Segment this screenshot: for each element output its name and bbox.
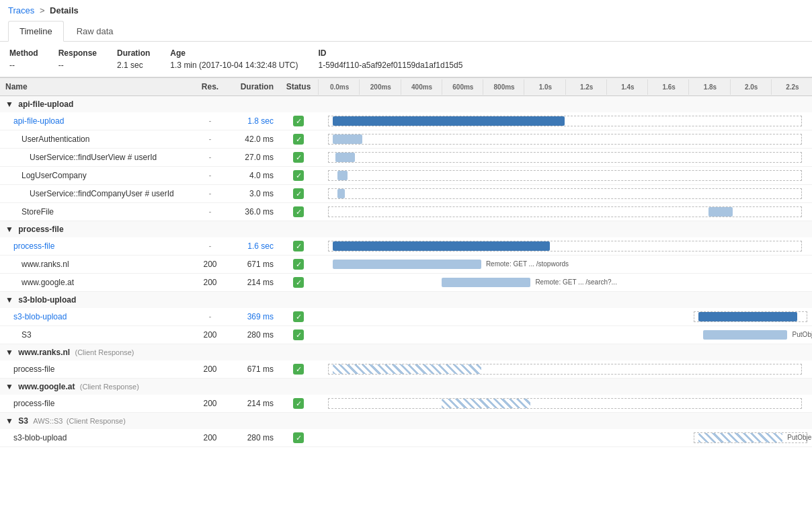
table-row: process-file 200 671 ms ✓ (0, 360, 812, 379)
section-name: s3-blob-upload (18, 295, 76, 305)
expand-icon: ▼ (5, 348, 13, 357)
meta-age: Age 1.3 min (2017-10-04 14:32:48 UTC) (170, 48, 298, 70)
table-row: process-file - 1.6 sec ✓ (0, 237, 812, 256)
tab-timeline[interactable]: Timeline (8, 21, 64, 42)
client-label: (Client Response) (67, 417, 126, 425)
expand-icon: ▼ (5, 295, 13, 305)
span-name[interactable]: api-file-upload (13, 116, 64, 126)
meta-response: Response -- (58, 48, 97, 70)
meta-duration-label: Duration (117, 48, 150, 58)
section-header-google-client[interactable]: ▼ www.google.at (Client Response) (0, 379, 812, 395)
section-header-s3-blob-upload[interactable]: ▼ s3-blob-upload (0, 292, 812, 309)
table-row: UserService::findCompanyUser # userId - … (0, 185, 812, 203)
table-row: www.google.at 200 214 ms ✓ Remote: GET .… (0, 274, 812, 292)
section-header-s3-client[interactable]: ▼ S3 AWS::S3 (Client Response) (0, 413, 812, 430)
table-row: StoreFile - 36.0 ms ✓ (0, 203, 812, 221)
table-row: LogUserCompany - 4.0 ms ✓ (0, 167, 812, 185)
meta-method-label: Method (9, 48, 38, 58)
expand-icon: ▼ (5, 225, 13, 234)
status-check: ✓ (293, 398, 304, 409)
trace-content: Name Res. Duration Status 0.0ms 200ms 40… (0, 77, 812, 447)
status-check: ✓ (293, 364, 304, 375)
status-check: ✓ (293, 152, 304, 163)
section-name: api-file-upload (18, 100, 73, 109)
meta-id-value: 1-59d4f110-a5af92ef01159da1af1d15d5 (318, 61, 462, 70)
aws-label: AWS::S3 (33, 417, 63, 425)
status-check: ✓ (293, 134, 304, 145)
section-name: process-file (18, 225, 63, 234)
expand-icon: ▼ (5, 382, 13, 391)
th-status: Status (279, 78, 318, 96)
table-row: s3-blob-upload 200 280 ms ✓ PutObject (0, 429, 812, 447)
expand-icon: ▼ (5, 100, 13, 109)
section-name: www.google.at (18, 382, 75, 391)
table-row: api-file-upload - 1.8 sec ✓ (0, 112, 812, 130)
meta-id-label: ID (318, 48, 462, 58)
meta-age-value: 1.3 min (2017-10-04 14:32:48 UTC) (170, 61, 298, 70)
tabs-container: Timeline Raw data (0, 21, 812, 42)
section-header-process-file[interactable]: ▼ process-file (0, 221, 812, 238)
meta-response-label: Response (58, 48, 97, 58)
th-name: Name (0, 78, 192, 96)
status-check: ✓ (293, 116, 304, 126)
status-check: ✓ (293, 241, 304, 251)
breadcrumb-current: Details (50, 5, 79, 15)
meta-method-value: -- (9, 61, 38, 70)
table-row: s3-blob-upload - 369 ms ✓ (0, 308, 812, 326)
breadcrumb-sep: > (40, 5, 45, 15)
status-check: ✓ (293, 311, 304, 322)
status-check: ✓ (293, 206, 304, 217)
table-row: www.ranks.nl 200 671 ms ✓ Remote: GET ..… (0, 256, 812, 274)
span-name[interactable]: process-file (13, 241, 54, 251)
status-check: ✓ (293, 170, 304, 181)
th-dur: Duration (229, 78, 279, 96)
section-header-api-file-upload[interactable]: ▼ api-file-upload (0, 96, 812, 113)
client-label: (Client Response) (80, 383, 139, 391)
trace-table: Name Res. Duration Status 0.0ms 200ms 40… (0, 77, 812, 447)
table-header-row: Name Res. Duration Status 0.0ms 200ms 40… (0, 78, 812, 96)
table-row: S3 200 280 ms ✓ PutObject (0, 326, 812, 344)
status-check: ✓ (293, 277, 304, 288)
status-check: ✓ (293, 259, 304, 270)
expand-icon: ▼ (5, 416, 13, 426)
section-name: www.ranks.nl (18, 348, 70, 357)
table-row: process-file 200 214 ms ✓ (0, 395, 812, 413)
meta-id: ID 1-59d4f110-a5af92ef01159da1af1d15d5 (318, 48, 462, 70)
th-timeline: 0.0ms 200ms 400ms 600ms 800ms 1.0s 1.2s … (318, 78, 812, 96)
meta-response-value: -- (58, 61, 97, 70)
meta-bar: Method -- Response -- Duration 2.1 sec A… (0, 42, 812, 77)
meta-method: Method -- (9, 48, 38, 70)
section-header-ranks-client[interactable]: ▼ www.ranks.nl (Client Response) (0, 344, 812, 361)
th-res: Res. (192, 78, 229, 96)
meta-age-label: Age (170, 48, 298, 58)
meta-duration-value: 2.1 sec (117, 61, 150, 70)
status-check: ✓ (293, 329, 304, 340)
table-row: UserAuthentication - 42.0 ms ✓ (0, 130, 812, 149)
client-label: (Client Response) (75, 348, 134, 356)
table-row: UserService::findUserView # userId - 27.… (0, 149, 812, 167)
span-name[interactable]: s3-blob-upload (13, 312, 67, 321)
status-check: ✓ (293, 432, 304, 443)
section-name: S3 (18, 416, 28, 426)
tab-rawdata[interactable]: Raw data (65, 21, 125, 42)
meta-duration: Duration 2.1 sec (117, 48, 150, 70)
breadcrumb: Traces > Details (0, 0, 812, 21)
status-check: ✓ (293, 188, 304, 199)
traces-link[interactable]: Traces (8, 5, 34, 15)
